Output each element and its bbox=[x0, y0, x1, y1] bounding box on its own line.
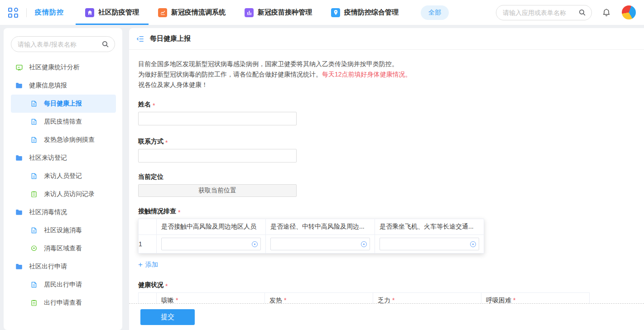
sidebar-search bbox=[11, 36, 115, 52]
submit-button[interactable]: 提交 bbox=[140, 309, 195, 325]
column-header: 是否接触中高风险及周边地区人员 bbox=[157, 219, 266, 235]
collapse-sidebar-icon[interactable] bbox=[136, 35, 144, 43]
form-intro-text: 目前全国多地区发现新型冠状病毒感染病例，国家卫健委将其纳入乙类传染病并按甲类防控… bbox=[138, 59, 644, 90]
sidebar-item-visitor-registration[interactable]: 来访人员登记 bbox=[11, 167, 116, 185]
tab-community-epidemic-management[interactable]: 社区防疫管理 bbox=[76, 0, 149, 25]
sidebar-item-visitor-visit-records[interactable]: 来访人员访问记录 bbox=[11, 185, 116, 203]
tab-label: 社区防疫管理 bbox=[98, 8, 139, 17]
trend-icon bbox=[158, 8, 167, 17]
name-field-label: 姓名* bbox=[138, 100, 644, 109]
sidebar-item-label: 居民出行申请 bbox=[44, 281, 82, 289]
tab-covid-flow-survey-system[interactable]: 新冠疫情流调系统 bbox=[149, 0, 235, 25]
intro-line-3: 祝各位及家人身体健康！ bbox=[138, 81, 208, 88]
document-icon bbox=[30, 226, 38, 234]
select-dropdown-icon bbox=[361, 241, 367, 247]
sidebar-group-health-info-filling[interactable]: 健康信息填报 bbox=[11, 77, 116, 95]
topbar-search bbox=[496, 5, 592, 20]
health-status-table: 咳嗽 * 发热 * 乏力 * 呼吸困难 * bbox=[138, 292, 590, 303]
contact-field-label: 联系方式* bbox=[138, 137, 644, 146]
form-header: 每日健康上报 bbox=[129, 28, 644, 50]
document-icon bbox=[30, 136, 38, 144]
name-input[interactable] bbox=[138, 112, 297, 125]
chart-board-icon bbox=[15, 63, 23, 72]
sidebar-item-disinfection-area-view[interactable]: 消毒区域查看 bbox=[11, 239, 116, 258]
topbar-search-input[interactable] bbox=[503, 9, 578, 16]
sidebar-item-travel-application-view[interactable]: 出行申请查看 bbox=[11, 294, 116, 312]
contact-risk-select[interactable] bbox=[161, 238, 261, 250]
app-tabs: 社区防疫管理 新冠疫情流调系统 新冠疫苗接种管理 疫情防控综合管理 bbox=[76, 0, 408, 25]
column-header: 乏力 * bbox=[373, 293, 481, 304]
required-marker: * bbox=[153, 102, 155, 109]
sidebar-item-resident-travel-application[interactable]: 居民出行申请 bbox=[11, 276, 116, 294]
sidebar-item-facility-disinfection[interactable]: 社区设施消毒 bbox=[11, 221, 116, 239]
transit-risk-select[interactable] bbox=[270, 238, 370, 250]
apps-grid-icon[interactable] bbox=[8, 8, 18, 18]
intro-line-2-highlight: 每天12点前填好身体健康情况。 bbox=[322, 71, 412, 78]
tab-epidemic-integrated-management[interactable]: 疫情防控综合管理 bbox=[322, 0, 408, 25]
tab-label: 新冠疫苗接种管理 bbox=[258, 8, 312, 17]
transport-select[interactable] bbox=[380, 238, 479, 250]
search-icon[interactable] bbox=[578, 9, 586, 16]
select-dropdown-icon bbox=[252, 241, 258, 247]
form-footer: 提交 bbox=[129, 303, 644, 330]
document-icon bbox=[30, 172, 38, 180]
sidebar-item-label: 来访人员登记 bbox=[44, 172, 82, 180]
brand-label[interactable]: 疫情防控 bbox=[35, 8, 64, 17]
map-pin-icon bbox=[30, 244, 38, 253]
document-icon bbox=[30, 100, 38, 108]
sidebar: 社区健康统计分析 健康信息填报 每日健康上报 居民疫情筛查 发热急诊病例摸查 bbox=[4, 28, 122, 330]
user-avatar[interactable] bbox=[622, 5, 636, 19]
all-apps-pill[interactable]: 全部 bbox=[421, 5, 449, 20]
index-header-cell bbox=[139, 293, 157, 304]
search-icon[interactable] bbox=[101, 40, 109, 48]
index-header-cell bbox=[139, 219, 157, 235]
sidebar-group-community-visit-registration[interactable]: 社区来访登记 bbox=[11, 149, 116, 167]
sidebar-item-label: 每日健康上报 bbox=[44, 100, 82, 108]
topbar: 疫情防控 社区防疫管理 新冠疫情流调系统 新冠疫苗接种管理 疫情防控综合管理 bbox=[0, 0, 644, 25]
sidebar-group-community-travel-application[interactable]: 社区出行申请 bbox=[11, 258, 116, 276]
folder-icon bbox=[15, 208, 23, 216]
sidebar-item-community-health-statistics[interactable]: 社区健康统计分析 bbox=[11, 58, 116, 77]
table-header-row: 是否接触中高风险及周边地区人员 是否途径、中转中高风险及周边... 是否乘坐飞机… bbox=[139, 219, 484, 235]
document-icon bbox=[30, 118, 38, 126]
required-marker: * bbox=[178, 209, 180, 216]
sidebar-item-label: 社区消毒情况 bbox=[29, 208, 67, 216]
sidebar-item-resident-epidemic-screening[interactable]: 居民疫情筛查 bbox=[11, 113, 116, 131]
column-header: 是否乘坐飞机、火车等长途交通... bbox=[375, 219, 484, 235]
contact-check-table: 是否接触中高风险及周边地区人员 是否途径、中转中高风险及周边... 是否乘坐飞机… bbox=[138, 219, 484, 253]
clipboard-icon bbox=[30, 190, 38, 198]
form-body: 目前全国多地区发现新型冠状病毒感染病例，国家卫健委将其纳入乙类传染病并按甲类防控… bbox=[129, 50, 644, 303]
sidebar-search-input[interactable] bbox=[18, 41, 101, 48]
sidebar-item-label: 社区设施消毒 bbox=[44, 226, 82, 234]
table-header-row: 咳嗽 * 发热 * 乏力 * 呼吸困难 * bbox=[139, 293, 590, 304]
folder-icon bbox=[15, 154, 23, 162]
sidebar-item-fever-case-survey[interactable]: 发热急诊病例摸查 bbox=[11, 131, 116, 149]
row-index: 1 bbox=[139, 235, 157, 253]
sidebar-item-daily-health-report[interactable]: 每日健康上报 bbox=[11, 95, 116, 113]
bell-icon[interactable] bbox=[602, 8, 611, 17]
sidebar-item-label: 出行申请查看 bbox=[44, 299, 82, 307]
get-current-location-button[interactable]: 获取当前位置 bbox=[138, 184, 297, 197]
select-dropdown-icon bbox=[470, 241, 476, 247]
add-row-button[interactable]: + 添加 bbox=[138, 261, 158, 269]
folder-icon bbox=[15, 81, 23, 90]
bar-chart-icon bbox=[245, 8, 254, 17]
sidebar-item-label: 消毒区域查看 bbox=[44, 244, 82, 253]
sidebar-item-label: 来访人员访问记录 bbox=[44, 190, 95, 198]
health-status-field-label: 健康状况* bbox=[138, 281, 644, 290]
column-header: 咳嗽 * bbox=[157, 293, 265, 304]
required-marker: * bbox=[165, 282, 168, 290]
contact-input[interactable] bbox=[138, 149, 297, 163]
folder-icon bbox=[15, 263, 23, 271]
sidebar-group-community-disinfection[interactable]: 社区消毒情况 bbox=[11, 203, 116, 221]
sidebar-item-label: 社区来访登记 bbox=[29, 154, 67, 162]
tab-label: 疫情防控综合管理 bbox=[344, 8, 399, 17]
contact-check-field-label: 接触情况排查* bbox=[138, 207, 644, 216]
location-field-label: 当前定位 bbox=[138, 172, 644, 182]
topbar-divider bbox=[26, 8, 27, 17]
sidebar-item-label: 社区健康统计分析 bbox=[29, 63, 80, 72]
page-layout: 社区健康统计分析 健康信息填报 每日健康上报 居民疫情筛查 发热急诊病例摸查 bbox=[0, 25, 644, 330]
table-row: 1 bbox=[139, 235, 484, 253]
tab-vaccine-management[interactable]: 新冠疫苗接种管理 bbox=[235, 0, 322, 25]
document-icon bbox=[30, 281, 38, 289]
